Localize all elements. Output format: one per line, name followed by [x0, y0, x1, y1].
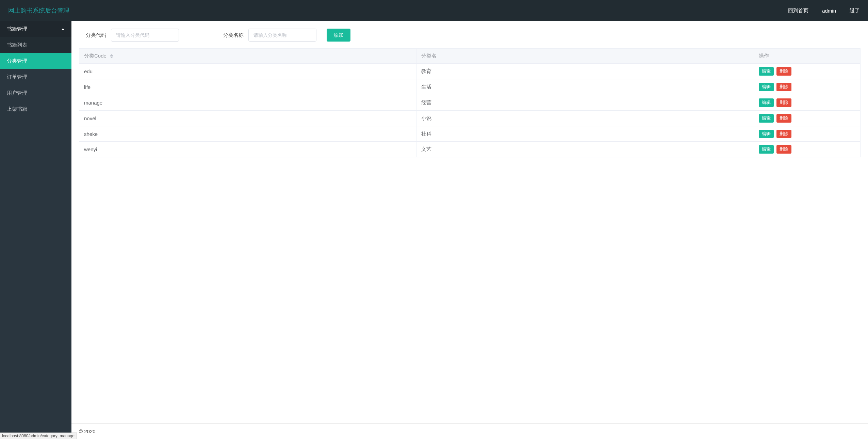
user-menu[interactable]: admin [822, 8, 836, 14]
sidebar-item-0[interactable]: 书籍列表 [0, 37, 71, 53]
cell-op: 编辑删除 [754, 95, 860, 110]
cell-name: 文艺 [416, 142, 754, 157]
cell-code: manage [79, 95, 416, 110]
brand-title: 网上购书系统后台管理 [8, 6, 69, 15]
table-row: sheke社科编辑删除 [79, 126, 861, 142]
caret-down-icon [110, 57, 113, 58]
header-right: 回到首页 admin 退了 [788, 7, 860, 14]
cell-code: novel [79, 110, 416, 126]
delete-button[interactable]: 删除 [776, 130, 791, 138]
main-content: 分类代码 分类名称 添加 分类Code [71, 21, 868, 439]
edit-button[interactable]: 编辑 [759, 114, 774, 123]
delete-button[interactable]: 删除 [776, 67, 791, 76]
cell-op: 编辑删除 [754, 142, 860, 157]
edit-button[interactable]: 编辑 [759, 98, 774, 107]
app-body: 书籍管理 书籍列表分类管理订单管理用户管理上架书籍 分类代码 分类名称 添加 [0, 21, 868, 439]
back-home-link[interactable]: 回到首页 [788, 7, 808, 14]
table-row: edu教育编辑删除 [79, 64, 861, 79]
cell-op: 编辑删除 [754, 64, 860, 79]
edit-button[interactable]: 编辑 [759, 67, 774, 76]
cell-name: 生活 [416, 79, 754, 95]
cell-code: life [79, 79, 416, 95]
table-row: life生活编辑删除 [79, 79, 861, 95]
cell-op: 编辑删除 [754, 79, 860, 95]
table-row: manage经营编辑删除 [79, 95, 861, 110]
status-link-preview: localhost:8080/admin/category_manage [0, 433, 77, 439]
sidebar-item-4[interactable]: 上架书籍 [0, 101, 71, 117]
edit-button[interactable]: 编辑 [759, 130, 774, 138]
logout-link[interactable]: 退了 [850, 7, 860, 14]
name-input[interactable] [248, 29, 316, 42]
table-header-row: 分类Code 分类名 操作 [79, 49, 861, 64]
sort-icon [110, 54, 113, 58]
cell-name: 教育 [416, 64, 754, 79]
content-wrap: 分类代码 分类名称 添加 分类Code [71, 21, 868, 423]
caret-up-icon [110, 54, 113, 56]
cell-name: 经营 [416, 95, 754, 110]
app-header: 网上购书系统后台管理 回到首页 admin 退了 [0, 0, 868, 21]
cell-op: 编辑删除 [754, 110, 860, 126]
cell-code: wenyi [79, 142, 416, 157]
name-label: 分类名称 [223, 32, 244, 38]
sidebar-item-2[interactable]: 订单管理 [0, 69, 71, 85]
cell-op: 编辑删除 [754, 126, 860, 142]
sidebar-item-3[interactable]: 用户管理 [0, 85, 71, 101]
th-op: 操作 [754, 49, 860, 64]
th-op-label: 操作 [759, 53, 769, 59]
th-code-label: 分类Code [84, 53, 107, 59]
category-form: 分类代码 分类名称 添加 [79, 29, 861, 42]
cell-name: 小说 [416, 110, 754, 126]
copyright: © 2020 [79, 428, 96, 434]
sidebar-group-label: 书籍管理 [7, 26, 27, 32]
delete-button[interactable]: 删除 [776, 83, 791, 91]
table-row: novel小说编辑删除 [79, 110, 861, 126]
add-button[interactable]: 添加 [327, 29, 350, 42]
delete-button[interactable]: 删除 [776, 145, 791, 154]
sidebar-group-books[interactable]: 书籍管理 [0, 21, 71, 37]
code-input[interactable] [111, 29, 179, 42]
cell-name: 社科 [416, 126, 754, 142]
edit-button[interactable]: 编辑 [759, 145, 774, 154]
delete-button[interactable]: 删除 [776, 114, 791, 123]
edit-button[interactable]: 编辑 [759, 83, 774, 91]
sidebar-item-1[interactable]: 分类管理 [0, 53, 71, 69]
cell-code: sheke [79, 126, 416, 142]
th-code[interactable]: 分类Code [79, 49, 416, 64]
category-table: 分类Code 分类名 操作 e [79, 48, 861, 157]
code-label: 分类代码 [86, 32, 106, 38]
delete-button[interactable]: 删除 [776, 98, 791, 107]
table-row: wenyi文艺编辑删除 [79, 142, 861, 157]
sidebar: 书籍管理 书籍列表分类管理订单管理用户管理上架书籍 [0, 21, 71, 439]
th-name[interactable]: 分类名 [416, 49, 754, 64]
cell-code: edu [79, 64, 416, 79]
chevron-up-icon [61, 28, 65, 30]
footer: © 2020 [71, 423, 868, 439]
th-name-label: 分类名 [421, 53, 437, 59]
